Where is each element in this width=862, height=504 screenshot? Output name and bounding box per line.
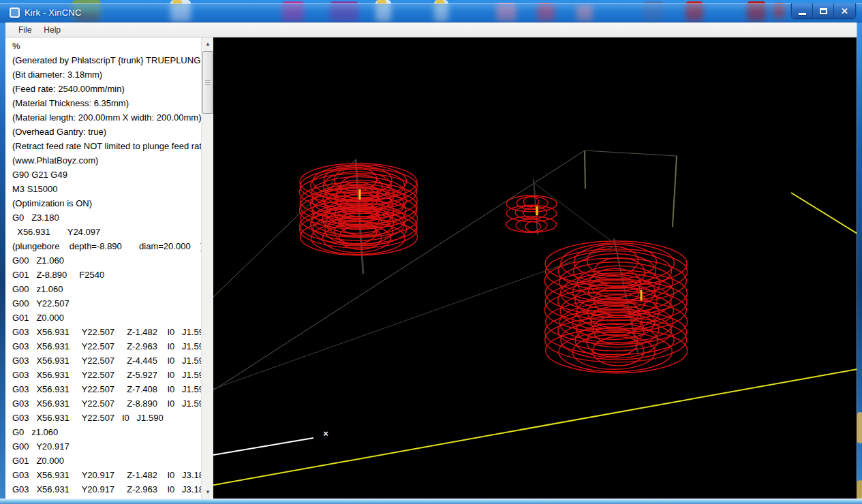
gcode-line: G01 Z0.000 [12, 454, 201, 468]
toolpath-coil-ring [545, 270, 687, 315]
gcode-line: G03 X56.931 Y22.507 Z-5.927 I0 J1.590 [12, 368, 201, 382]
desktop-icon-blob [857, 412, 862, 443]
scroll-up-button[interactable]: ▲ [202, 38, 213, 50]
maximize-icon [820, 8, 827, 14]
wireframe-line [213, 151, 585, 390]
minimize-button[interactable] [792, 3, 813, 18]
gcode-line: (Overhead Gantry: true) [12, 125, 201, 139]
toolpath-scene: × [213, 37, 857, 499]
menu-help[interactable]: Help [37, 24, 67, 36]
gcode-line: G01 Z0.000 [12, 311, 201, 325]
titlebar[interactable]: Kirk - XinCNC ✕ [0, 3, 862, 22]
gcode-line: G00 z1.060 [12, 282, 201, 296]
gcode-line: G03 X56.931 Y22.507 Z-8.890 I0 J1.590 [12, 396, 201, 411]
gcode-line: G00 Z1.060 [12, 253, 201, 268]
scrollbar-thumb[interactable] [202, 51, 213, 114]
gcode-line: G03 X56.931 Y22.507 Z-1.482 I0 J1.590 [12, 325, 201, 339]
maximize-button[interactable] [813, 3, 834, 18]
position-cross: × [323, 428, 328, 439]
tool-marker [359, 189, 361, 200]
gcode-line: G03 X56.931 Y22.507 Z-7.408 I0 J1.590 [12, 382, 201, 396]
window-title: Kirk - XinCNC [25, 7, 82, 18]
titlebar-tint [0, 3, 862, 22]
menu-file[interactable]: File [12, 24, 37, 36]
gcode-line: (Retract feed rate NOT limited to plunge… [12, 139, 201, 153]
toolpath-viewport[interactable]: × [213, 37, 857, 499]
gcode-line: M3 S15000 [12, 182, 201, 196]
desktop-icon-blob [857, 480, 862, 501]
axis-line [213, 369, 857, 486]
scroll-down-button[interactable]: ▼ [202, 486, 213, 498]
window-border-bottom[interactable] [0, 499, 862, 504]
gcode-line: G03 X56.931 Y20.917 Z-1.482 I0 J3.180 [12, 468, 201, 482]
gcode-line: G01 Z-8.890 F2540 [12, 268, 201, 282]
minimize-icon [799, 13, 806, 15]
gcode-line: (www.PhlatBoyz.com) [12, 153, 201, 168]
gcode-line: G03 X56.931 Y20.917 Z-2.963 I0 J3.180 [12, 482, 201, 497]
tool-marker [536, 206, 538, 215]
gcode-line: G03 X56.931 Y22.507 Z-4.445 I0 J1.590 [12, 353, 201, 368]
wireframe-line [585, 151, 677, 156]
gcode-line: G90 G21 G49 [12, 168, 201, 182]
gcode-scrollbar[interactable]: ▲ ▼ [201, 37, 213, 499]
window-controls: ✕ [791, 3, 856, 18]
gcode-line: (Bit diameter: 3.18mm) [12, 67, 201, 82]
client-area: %(Generated by PhlatscripT {trunk} TRUEP… [5, 37, 857, 499]
gcode-panel[interactable]: %(Generated by PhlatscripT {trunk} TRUEP… [5, 37, 201, 499]
gcode-line: X56.931 Y24.097 [12, 225, 201, 239]
toolpath-coil-ring [525, 221, 540, 232]
gcode-line: (Generated by PhlatscripT {trunk} TRUEPL… [12, 53, 201, 67]
gcode-line: (Material length: 200.00mm X width: 200.… [12, 110, 201, 125]
gcode-line: G0 Z3.180 [12, 210, 201, 225]
tool-marker [641, 290, 643, 300]
gcode-line: G03 X56.931 Y22.507 Z-2.963 I0 J1.590 [12, 339, 201, 353]
gcode-line: G00 Y20.917 [12, 439, 201, 454]
wireframe-line [213, 247, 614, 389]
gcode-line: (Feed rate: 2540.00mm/min) [12, 82, 201, 96]
axis-line [791, 193, 857, 234]
gcode-line: G03 X56.931 Y22.507 I0 J1.590 [12, 411, 201, 425]
toolpath-coil-ring [516, 219, 547, 232]
window-border-right [857, 22, 862, 504]
gcode-line: G00 Y22.507 [12, 296, 201, 311]
app-window: Kirk - XinCNC ✕ File Help %(Generated by… [0, 3, 862, 504]
wireframe-line [585, 151, 585, 189]
gcode-line: (Optimization is ON) [12, 196, 201, 210]
gcode-line: G0 z1.060 [12, 425, 201, 439]
gcode-line: % [12, 39, 201, 53]
close-icon: ✕ [841, 6, 848, 16]
scrollbar-grip [205, 80, 211, 86]
window-border-left [0, 22, 5, 504]
wireframe-line [673, 156, 677, 227]
desktop: Kirk - XinCNC ✕ File Help %(Generated by… [0, 0, 862, 504]
menubar: File Help [5, 22, 857, 37]
gcode-line: (Material Thickness: 6.35mm) [12, 96, 201, 110]
gcode-line: (plungebore depth=-8.890 diam=20.000 ) [12, 239, 201, 253]
app-icon [10, 7, 20, 18]
close-button[interactable]: ✕ [834, 3, 855, 18]
rapid-move-line [213, 438, 313, 455]
